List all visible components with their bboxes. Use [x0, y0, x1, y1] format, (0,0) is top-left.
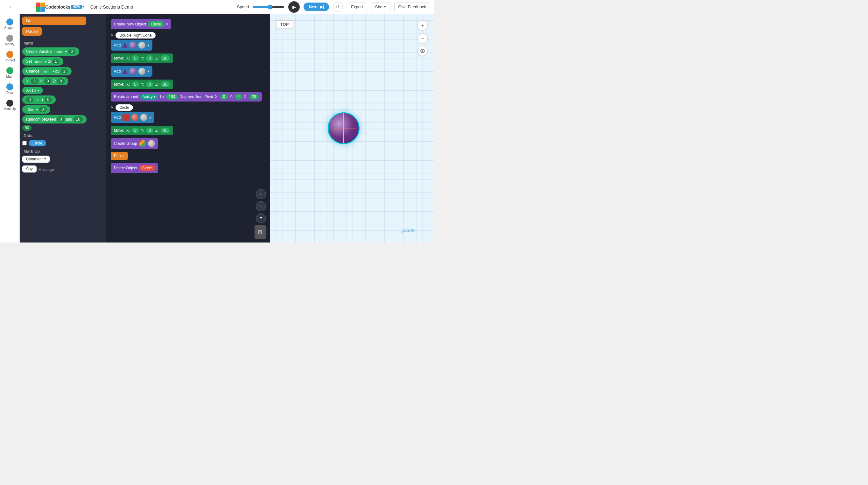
sidebar-item-markup[interactable]: Mark Up [1, 98, 19, 113]
sidebar-item-control[interactable]: Control [1, 49, 19, 64]
left-nav: Shapes Modify Control Math Data Mark Up [0, 14, 20, 243]
logo-n [36, 7, 40, 12]
set-item-dropdown[interactable]: item [33, 59, 43, 64]
change-item-dropdown[interactable]: item [41, 69, 51, 74]
circle-data-pill[interactable]: Circle [29, 140, 46, 146]
reset-button[interactable]: ↺ [333, 2, 343, 12]
rotate-deg[interactable]: 180 [166, 94, 178, 100]
ninety-block[interactable]: 90 [22, 125, 31, 131]
sidebar-item-data[interactable]: Data [1, 82, 19, 96]
sin-dropdown[interactable]: Sin [26, 107, 35, 112]
share-button[interactable]: Share [371, 3, 391, 11]
move1-y[interactable]: 0 [146, 55, 153, 61]
move3-z[interactable]: 45 [161, 128, 170, 133]
move-block-2[interactable]: Move: X: 0 Y: 0 Z: 10 [111, 80, 173, 89]
sidebar-item-math[interactable]: Math [1, 65, 19, 80]
zoom-in-button[interactable]: + [256, 189, 266, 199]
move-block-1[interactable]: Move: X: 0 Y: 0 Z: 10 [111, 54, 173, 63]
create-group-block[interactable]: Create Group [111, 138, 158, 149]
move1-z[interactable]: 10 [161, 55, 170, 61]
code-canvas[interactable]: Create New Object Circle ▾ // Double Rig… [106, 14, 270, 243]
pivot-z[interactable]: 20 [249, 94, 259, 100]
move1-x[interactable]: 0 [132, 55, 139, 61]
say-block[interactable]: Say [22, 165, 37, 173]
math-expr-row: 0 + ▾ 0 [22, 95, 103, 104]
set-block[interactable]: Set item ▾ to 1 [22, 57, 63, 66]
app-dropdown-arrow[interactable]: ▾ [83, 5, 84, 8]
circle-tag[interactable]: Circle [148, 21, 164, 27]
move3-x[interactable]: 0 [132, 128, 139, 133]
sidebar-item-modify[interactable]: Modify [1, 33, 19, 48]
gray-sphere-icon-2 [138, 68, 146, 75]
data-circle-item: Circle [22, 140, 103, 146]
pivot-x[interactable]: 0 [220, 94, 228, 100]
export-button[interactable]: Export [347, 3, 367, 11]
zoom-equals-button[interactable]: = [256, 213, 266, 223]
move-block-3[interactable]: Move: X: 0 Y: 0 Z: 45 [111, 126, 173, 135]
sidebar-item-shapes[interactable]: Shapes [1, 17, 19, 31]
move2-x[interactable]: 0 [132, 82, 139, 87]
comment-block[interactable]: Comment // [22, 156, 50, 162]
create-variable-block[interactable]: Create Variable item ▾ 0 [22, 48, 79, 56]
view-zoom-out-button[interactable]: − [417, 33, 428, 43]
markup-label: Mark Up [4, 107, 16, 111]
set-block-row: Set item ▾ to 1 [22, 57, 103, 66]
rotate-block[interactable]: Rotate around Axis y ▾ by 180 Degrees fr… [111, 92, 262, 101]
add-block-2[interactable]: Add › [111, 66, 152, 77]
circle-delete-tag[interactable]: Circle [139, 165, 155, 171]
comment-row: Comment // [22, 156, 103, 164]
logo-k [40, 7, 45, 12]
move2-y[interactable]: 0 [146, 82, 153, 87]
trash-button[interactable]: 🗑 [254, 225, 266, 239]
add-block-3[interactable]: Add › [111, 112, 154, 123]
random-block[interactable]: Random between 0 and 10 [22, 115, 87, 123]
delete-object-block[interactable]: Delete Object Circle [111, 163, 158, 173]
pause-code-block[interactable]: Pause [111, 152, 128, 160]
arrow-icon-3[interactable]: › [149, 115, 151, 120]
math-expr-block[interactable]: 0 + ▾ 0 [22, 95, 56, 104]
next-label: Next [309, 4, 317, 9]
speed-slider[interactable] [253, 4, 284, 9]
move-row-2: Move: X: 0 Y: 0 Z: 10 [111, 80, 265, 90]
do-block[interactable]: Do [22, 17, 86, 25]
play-button[interactable]: ▶ [288, 1, 300, 13]
view-3d-button[interactable] [417, 46, 428, 56]
circle-checkbox[interactable] [22, 141, 27, 146]
change-block[interactable]: Change item ▾ by 1 [22, 67, 71, 75]
view-3d-icon [420, 49, 425, 54]
variable-dropdown[interactable]: item [54, 49, 64, 54]
move-row-3: Move: X: 0 Y: 0 Z: 45 [111, 126, 265, 137]
next-button[interactable]: Next ▶| [304, 3, 329, 11]
back-button[interactable]: ← [6, 3, 17, 11]
zoom-out-button[interactable]: − [256, 201, 266, 211]
arrow-icon-2[interactable]: › [147, 68, 149, 74]
create-variable-row: Create Variable item ▾ 0 [22, 48, 103, 56]
give-feedback-button[interactable]: Give Feedback [394, 3, 430, 11]
arrow-icon-1[interactable]: › [147, 42, 149, 48]
add-block-1[interactable]: Add › [111, 40, 152, 51]
axis-y-dropdown[interactable]: Axis y ▾ [140, 94, 158, 100]
multicolor-icon [139, 140, 146, 147]
double-right-cone-label[interactable]: Double Right Cone [116, 32, 155, 38]
forward-button[interactable]: → [19, 3, 29, 11]
axis-x-block[interactable]: Axis x ▾ [22, 87, 43, 94]
op-dropdown[interactable]: + [35, 97, 40, 102]
code-area: Create New Object Circle ▾ // Double Rig… [106, 14, 270, 243]
create-new-object-block[interactable]: Create New Object Circle ▾ [111, 19, 171, 29]
project-title: Conic Sections Demo [90, 4, 133, 9]
sin-block[interactable]: Sin ▾ 0 [22, 105, 50, 114]
say-row: Say Message [22, 165, 103, 174]
pivot-y[interactable]: 0 [235, 94, 242, 100]
nav-arrows: ← → [4, 2, 32, 12]
move3-y[interactable]: 0 [146, 128, 153, 133]
plane-label: plane [403, 227, 415, 233]
move2-z[interactable]: 10 [161, 82, 170, 87]
pause-block-sidebar[interactable]: Pause [22, 27, 42, 36]
modify-label: Modify [5, 42, 14, 46]
view-zoom-in-button[interactable]: + [417, 20, 428, 31]
circle-comment-label[interactable]: Circle [116, 104, 133, 111]
random-row: Random between 0 and 10 [22, 115, 103, 123]
xyz-block[interactable]: X: 0 Y: 0 Z: 0 [22, 77, 68, 85]
sin-row: Sin ▾ 0 [22, 105, 103, 114]
math-section-title: Math [24, 41, 103, 46]
